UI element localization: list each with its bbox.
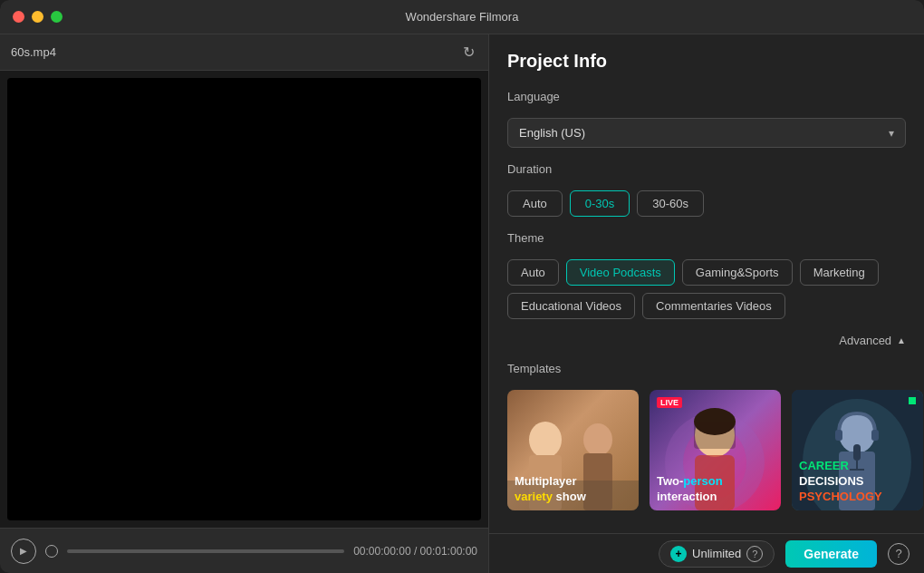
play-button[interactable]: ▶: [11, 539, 36, 564]
play-icon: ▶: [20, 546, 27, 556]
template-two-person[interactable]: LIVE Two-person interaction: [650, 390, 781, 510]
template-two-person-title: Two-person interaction: [657, 474, 774, 505]
time-total: 00:01:00:00: [420, 545, 477, 558]
unlimited-help-icon[interactable]: ?: [746, 546, 763, 562]
green-dot: [909, 397, 916, 404]
duration-0-30s-button[interactable]: 0-30s: [570, 190, 630, 217]
title-bar: Wondershare Filmora: [0, 0, 924, 34]
advanced-row[interactable]: Advanced ▲: [507, 334, 906, 347]
svg-point-2: [583, 423, 612, 456]
templates-section: Templates: [507, 362, 906, 510]
theme-label: Theme: [507, 231, 906, 245]
svg-rect-15: [871, 430, 879, 441]
duration-section: Duration Auto 0-30s 30-60s: [507, 162, 906, 217]
language-section: Language English (US) ▾: [507, 90, 906, 148]
theme-gaming-sports-button[interactable]: Gaming&Sports: [682, 259, 793, 286]
unlimited-button[interactable]: + Unlimited ?: [659, 540, 775, 568]
unlimited-icon: +: [670, 546, 687, 562]
generate-button[interactable]: Generate: [785, 540, 877, 568]
theme-marketing-button[interactable]: Marketing: [800, 259, 879, 286]
theme-auto-button[interactable]: Auto: [507, 259, 559, 286]
language-label: Language: [507, 90, 906, 103]
svg-rect-14: [835, 430, 842, 441]
file-bar: 60s.mp4 ↻: [0, 34, 488, 71]
time-current: 00:00:00:00: [353, 545, 410, 558]
dropdown-arrow-icon: ▾: [889, 127, 894, 140]
left-panel: 60s.mp4 ↻ ▶ 00:00:00:00 / 00:01:00:00: [0, 34, 489, 573]
duration-auto-button[interactable]: Auto: [507, 190, 563, 217]
refresh-icon[interactable]: ↻: [459, 44, 477, 62]
live-badge: LIVE: [657, 397, 682, 408]
video-preview: [7, 78, 481, 520]
app-title: Wondershare Filmora: [406, 10, 519, 24]
theme-section: Theme Auto Video Podcasts Gaming&Sports …: [507, 231, 906, 319]
svg-rect-9: [694, 422, 736, 449]
duration-buttons: Auto 0-30s 30-60s: [507, 190, 906, 217]
theme-commentaries-button[interactable]: Commentaries Videos: [642, 293, 785, 319]
template-multiplayer[interactable]: Multiplayer variety show: [507, 390, 639, 510]
svg-point-0: [529, 422, 562, 458]
advanced-label: Advanced: [839, 334, 891, 347]
dot-button[interactable]: [45, 545, 58, 558]
language-dropdown[interactable]: English (US) ▾: [507, 118, 906, 148]
theme-video-podcasts-button[interactable]: Video Podcasts: [566, 259, 675, 286]
template-multiplayer-title: Multiplayer variety show: [515, 474, 631, 505]
time-display: 00:00:00:00 / 00:01:00:00: [353, 545, 477, 558]
theme-buttons-row1: Auto Video Podcasts Gaming&Sports Market…: [507, 259, 906, 286]
unlimited-label: Unlimited: [692, 547, 741, 560]
templates-label: Templates: [507, 362, 906, 375]
language-selected: English (US): [519, 126, 585, 140]
templates-grid: Multiplayer variety show: [507, 390, 906, 510]
theme-educational-button[interactable]: Educational Videos: [507, 293, 635, 319]
minimize-button[interactable]: [32, 11, 43, 23]
maximize-button[interactable]: [51, 11, 63, 23]
window-controls: [13, 11, 63, 23]
duration-label: Duration: [507, 162, 906, 176]
file-name: 60s.mp4: [11, 45, 56, 59]
template-career-title: CAREER DECISIONS PSYCHOLOGY: [799, 459, 916, 505]
template-career[interactable]: CAREER DECISIONS PSYCHOLOGY: [792, 390, 923, 510]
playback-controls: ▶ 00:00:00:00 / 00:01:00:00: [0, 528, 488, 573]
help-button[interactable]: ?: [888, 543, 910, 565]
duration-30-60s-button[interactable]: 30-60s: [637, 190, 704, 217]
advanced-arrow-icon: ▲: [897, 335, 906, 345]
project-info-title: Project Info: [507, 51, 906, 72]
right-panel: Project Info Language English (US) ▾ Dur…: [489, 34, 924, 573]
theme-buttons-row2: Educational Videos Commentaries Videos: [507, 293, 906, 319]
bottom-bar: + Unlimited ? Generate ?: [489, 533, 924, 573]
progress-bar[interactable]: [67, 549, 344, 553]
main-layout: 60s.mp4 ↻ ▶ 00:00:00:00 / 00:01:00:00 Pr…: [0, 34, 924, 573]
close-button[interactable]: [13, 11, 24, 23]
